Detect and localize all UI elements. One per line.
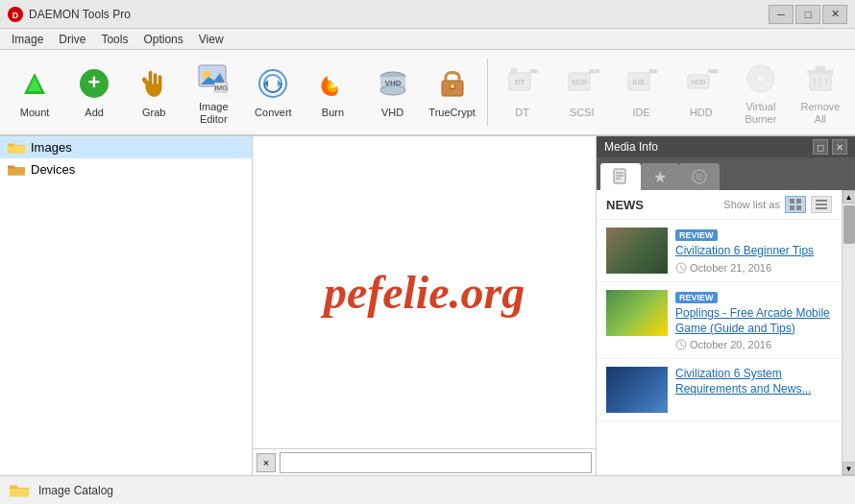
news-title: NEWS [606, 198, 644, 212]
virtual-burner-label: VirtualBurner [745, 101, 776, 126]
media-panel: Media Info ◻ ✕ ★ [596, 136, 855, 475]
add-icon: + [75, 64, 113, 103]
svg-point-20 [451, 84, 454, 88]
svg-rect-43 [816, 66, 825, 70]
convert-icon [254, 64, 292, 103]
tab-info[interactable] [600, 163, 641, 190]
hdd-label: HDD [690, 107, 713, 119]
maximize-button[interactable]: □ [795, 5, 820, 24]
news-item-3[interactable]: Civilization 6 System Requirements and N… [597, 359, 842, 421]
menu-drive[interactable]: Drive [51, 31, 93, 48]
minimize-button[interactable]: ─ [769, 5, 794, 24]
news-info-2: REVIEW Poplings - Free Arcade Mobile Gam… [675, 290, 832, 350]
tab-favorites[interactable]: ★ [641, 163, 679, 190]
svg-text:DT: DT [530, 68, 537, 74]
review-badge-2: REVIEW [675, 290, 832, 306]
menu-image[interactable]: Image [4, 31, 51, 48]
status-bar: Image Catalog [0, 475, 855, 504]
svg-text:IDE: IDE [632, 78, 646, 86]
media-scrollbar: ▲ ▼ [842, 190, 855, 475]
vhd-icon: VHD [374, 64, 412, 103]
menu-bar: Image Drive Tools Options View [0, 29, 855, 50]
star-icon: ★ [653, 168, 667, 186]
media-restore-button[interactable]: ◻ [813, 139, 828, 155]
search-input[interactable] [280, 452, 592, 473]
media-content: NEWS Show list as [597, 190, 842, 475]
svg-text:HDD: HDD [691, 79, 705, 85]
app-title: DAEMON Tools Pro [29, 8, 131, 21]
grab-icon [134, 64, 173, 103]
news-link-2[interactable]: Poplings - Free Arcade Mobile Game (Guid… [675, 306, 832, 336]
scroll-up-button[interactable]: ▲ [843, 190, 856, 204]
media-close-button[interactable]: ✕ [832, 139, 847, 155]
scsi-icon: SCSI SCSI [563, 64, 601, 103]
sidebar-item-devices[interactable]: Devices [0, 158, 252, 180]
news-thumb-1 [606, 228, 668, 274]
dt-button[interactable]: DT DT DT [494, 54, 551, 131]
date-text-1: October 21, 2016 [690, 262, 771, 274]
svg-text:HDD: HDD [708, 68, 719, 74]
svg-text:IMG: IMG [215, 84, 228, 91]
image-editor-icon: IMG [194, 59, 232, 97]
scroll-thumb[interactable] [843, 205, 855, 244]
news-thumb-3 [606, 367, 668, 413]
grab-button[interactable]: Grab [125, 54, 183, 131]
review-badge-1: REVIEW [675, 228, 832, 244]
hdd-button[interactable]: HDD HDD HDD [672, 54, 730, 131]
burn-button[interactable]: Burn [304, 54, 361, 131]
convert-button[interactable]: Convert [244, 54, 302, 131]
svg-rect-54 [790, 199, 794, 204]
scsi-label: SCSI [570, 107, 595, 119]
date-text-2: October 20, 2016 [690, 339, 771, 350]
svg-line-63 [681, 268, 684, 270]
remove-all-button[interactable]: RemoveAll [792, 54, 849, 131]
add-label: Add [85, 107, 104, 119]
menu-view[interactable]: View [191, 31, 232, 48]
news-item-2[interactable]: REVIEW Poplings - Free Arcade Mobile Gam… [597, 282, 842, 359]
content-area: pefelie.org × [253, 136, 596, 475]
list-view-button[interactable] [811, 196, 832, 213]
svg-rect-59 [816, 204, 827, 205]
media-tabs: ★ [597, 157, 855, 190]
truecrypt-button[interactable]: TrueCrypt [424, 54, 481, 131]
search-clear-button[interactable]: × [256, 453, 276, 472]
remove-all-icon [801, 59, 840, 97]
ide-icon: IDE IDE [623, 64, 661, 103]
grid-view-button[interactable] [785, 196, 806, 213]
menu-options[interactable]: Options [135, 31, 190, 48]
media-panel-title: Media Info [604, 140, 658, 154]
truecrypt-label: TrueCrypt [428, 107, 476, 119]
tab-game[interactable] [679, 163, 720, 190]
svg-text:+: + [88, 70, 101, 94]
svg-line-66 [681, 345, 684, 347]
ide-button[interactable]: IDE IDE IDE [613, 54, 671, 131]
svg-text:IDE: IDE [649, 68, 658, 74]
menu-tools[interactable]: Tools [93, 31, 135, 48]
svg-text:DT: DT [514, 78, 525, 86]
news-link-1[interactable]: Civilization 6 Beginner Tips [675, 244, 832, 259]
image-editor-label: ImageEditor [199, 101, 229, 126]
watermark: pefelie.org [324, 266, 525, 319]
vhd-button[interactable]: VHD VHD [363, 54, 421, 131]
virtual-burner-button[interactable]: VirtualBurner [732, 54, 790, 131]
svg-text:SCSI: SCSI [571, 79, 586, 85]
close-button[interactable]: ✕ [822, 5, 847, 24]
vhd-label: VHD [381, 107, 403, 119]
mount-button[interactable]: Mount [6, 54, 63, 131]
folder-icon-devices [8, 163, 25, 177]
news-info-1: REVIEW Civilization 6 Beginner Tips Octo… [675, 228, 832, 274]
virtual-burner-icon [742, 59, 780, 97]
news-info-3: Civilization 6 System Requirements and N… [675, 367, 832, 413]
image-editor-button[interactable]: IMG ImageEditor [184, 54, 242, 131]
app-icon: D [8, 7, 23, 22]
news-item[interactable]: REVIEW Civilization 6 Beginner Tips Octo… [597, 220, 842, 282]
svg-rect-22 [511, 68, 517, 73]
sidebar-item-images[interactable]: Images [0, 136, 252, 158]
scroll-down-button[interactable]: ▼ [843, 462, 856, 475]
scsi-button[interactable]: SCSI SCSI SCSI [553, 54, 611, 131]
news-link-3[interactable]: Civilization 6 System Requirements and N… [675, 367, 832, 396]
svg-rect-58 [816, 200, 827, 202]
title-bar-left: D DAEMON Tools Pro [8, 7, 131, 22]
dt-label: DT [515, 107, 529, 119]
add-button[interactable]: + Add [65, 54, 123, 131]
